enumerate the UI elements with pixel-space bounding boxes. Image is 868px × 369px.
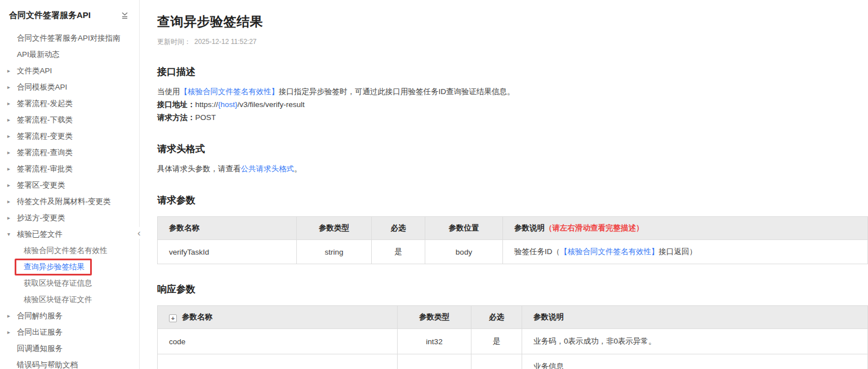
sidebar-item[interactable]: ▸签署流程-下载类	[0, 112, 139, 128]
sidebar-item-label: 合同模板类API	[17, 82, 67, 92]
col-header-param-desc: 参数说明（请左右滑动查看完整描述）	[503, 217, 868, 240]
sidebar-item[interactable]: ▸合同出证服务	[0, 324, 139, 340]
sidebar-item[interactable]: ▸抄送方-变更类	[0, 210, 139, 226]
sidebar-item[interactable]: 核验区块链存证文件	[0, 291, 139, 308]
sidebar-item-label: 合同文件签署服务API对接指南	[17, 33, 121, 43]
main-content: 查询异步验签结果 更新时间：2025-12-12 11:52:27 接口描述 当…	[140, 0, 868, 369]
col-header-param-position: 参数位置	[425, 217, 503, 240]
sidebar-item-label: 签署流程-下载类	[17, 115, 73, 125]
host-placeholder: {host}	[218, 100, 238, 109]
sidebar-item[interactable]: 合同文件签署服务API对接指南	[0, 30, 139, 46]
api-address-line: 接口地址：https://{host}/v3/files/verify-resu…	[157, 98, 868, 111]
caret-right-icon[interactable]: ▸	[7, 117, 10, 122]
param-required: 是	[471, 329, 522, 354]
sidebar-item[interactable]: 回调通知服务	[0, 340, 139, 357]
response-table-row: messagestring否业务信息请根据 code 来判断错误情况，不应该依赖…	[158, 354, 868, 369]
sidebar-item[interactable]: ▸签署流程-审批类	[0, 161, 139, 177]
sidebar-item-label: 核验合同文件签名有效性	[24, 246, 108, 256]
expand-all-icon[interactable]: +	[169, 314, 177, 322]
col-header-param-desc: 参数说明	[522, 306, 868, 329]
sidebar-nav: 合同文件签署服务API对接指南API最新动态▸文件类API▸合同模板类API▸签…	[0, 30, 139, 369]
param-name: code	[169, 337, 185, 346]
param-name: verifyTaskId	[158, 240, 297, 264]
caret-right-icon[interactable]: ▸	[7, 100, 10, 106]
request-method-line: 请求方法：POST	[157, 111, 868, 124]
caret-right-icon[interactable]: ▸	[7, 68, 10, 73]
param-name-cell: message	[158, 354, 398, 369]
caret-right-icon[interactable]: ▸	[7, 149, 10, 155]
updated-time: 更新时间：2025-12-12 11:52:27	[157, 37, 868, 47]
param-required: 是	[372, 240, 425, 264]
sidebar-item[interactable]: ▸待签文件及附属材料-变更类	[0, 193, 139, 210]
caret-right-icon[interactable]: ▸	[7, 166, 10, 171]
api-doc-page: 合同文件签署服务API 合同文件签署服务API对接指南API最新动态▸文件类AP…	[0, 0, 868, 369]
caret-right-icon[interactable]: ▸	[7, 182, 10, 188]
sidebar-item[interactable]: 获取区块链存证信息	[0, 275, 139, 291]
sidebar-item-label: 核验已签文件	[17, 229, 63, 239]
sidebar-item[interactable]: 核验合同文件签名有效性	[0, 242, 139, 259]
sidebar-item[interactable]: 查询异步验签结果	[0, 259, 139, 275]
col-header-required: 必选	[471, 306, 522, 329]
col-header-param-type: 参数类型	[297, 217, 372, 240]
sidebar-item-label: API最新动态	[17, 50, 60, 60]
caret-right-icon[interactable]: ▸	[7, 313, 10, 318]
sidebar-item[interactable]: ▸合同解约服务	[0, 308, 139, 324]
sidebar-item-label: 合同出证服务	[17, 327, 63, 337]
sidebar-item[interactable]: ▸合同模板类API	[0, 79, 139, 95]
param-desc: 业务信息请根据 code 来判断错误情况，不应该依赖 message匹配，因为 …	[522, 354, 868, 369]
sidebar-item-label: 错误码与帮助文档	[17, 360, 78, 369]
col-header-param-name: +参数名称	[158, 306, 398, 329]
sidebar-item[interactable]: API最新动态	[0, 46, 139, 63]
section-heading-request-params: 请求参数	[157, 194, 868, 207]
param-type: string	[297, 240, 372, 264]
sidebar-item[interactable]: ▾核验已签文件	[0, 226, 139, 242]
param-type: string	[398, 354, 471, 369]
sidebar-item[interactable]: 错误码与帮助文档	[0, 357, 139, 369]
caret-right-icon[interactable]: ▸	[7, 133, 10, 139]
page-title: 查询异步验签结果	[157, 13, 868, 30]
param-desc-text: 业务码，0表示成功，非0表示异常。	[533, 336, 861, 347]
sidebar-collapse-handle[interactable]: ‹	[137, 227, 141, 239]
sidebar-item-label: 签署流程-发起类	[17, 99, 73, 109]
sidebar-item-label: 查询异步验签结果	[15, 259, 92, 275]
col-header-param-name: 参数名称	[158, 217, 297, 240]
caret-down-icon[interactable]: ▾	[7, 231, 10, 237]
param-desc-text: 业务信息	[533, 361, 861, 369]
caret-right-icon[interactable]: ▸	[7, 84, 10, 90]
sidebar-item[interactable]: ▸签署区-变更类	[0, 177, 139, 193]
request-params-table: 参数名称 参数类型 必选 参数位置 参数说明（请左右滑动查看完整描述） veri…	[157, 216, 868, 264]
sidebar-item[interactable]: ▸签署流程-发起类	[0, 95, 139, 112]
sidebar-header: 合同文件签署服务API	[0, 10, 139, 21]
request-method-value: POST	[195, 113, 216, 122]
param-type: int32	[398, 329, 471, 354]
param-desc: 验签任务ID（【核验合同文件签名有效性】接口返回）	[503, 240, 868, 264]
caret-right-icon[interactable]: ▸	[7, 215, 10, 220]
common-request-header-link[interactable]: 公共请求头格式	[241, 165, 295, 173]
sidebar-item[interactable]: ▸签署流程-查询类	[0, 144, 139, 161]
sidebar: 合同文件签署服务API 合同文件签署服务API对接指南API最新动态▸文件类AP…	[0, 0, 140, 369]
scroll-hint-note: （请左右滑动查看完整描述）	[545, 224, 644, 232]
verify-signature-api-link[interactable]: 【核验合同文件签名有效性】	[180, 87, 279, 96]
section-heading-api-description: 接口描述	[157, 65, 868, 78]
sidebar-item-label: 签署区-变更类	[17, 180, 65, 190]
verify-signature-api-link[interactable]: 【核验合同文件签名有效性】	[560, 247, 659, 256]
sidebar-item[interactable]: ▸签署流程-变更类	[0, 128, 139, 144]
request-method-label: 请求方法：	[157, 113, 195, 122]
sidebar-item-label: 核验区块链存证文件	[24, 295, 92, 305]
sidebar-item-label: 签署流程-查询类	[17, 148, 73, 158]
collapse-all-icon[interactable]	[121, 11, 129, 20]
sidebar-item-label: 抄送方-变更类	[17, 213, 65, 223]
caret-right-icon[interactable]: ▸	[7, 329, 10, 335]
col-header-param-type: 参数类型	[398, 306, 471, 329]
api-description-text: 当使用【核验合同文件签名有效性】接口指定异步验签时，可通过此接口用验签任务ID查…	[157, 85, 868, 98]
caret-right-icon[interactable]: ▸	[7, 198, 10, 204]
param-name-cell: code	[158, 329, 398, 354]
sidebar-item-label: 合同解约服务	[17, 311, 63, 321]
param-desc: 业务码，0表示成功，非0表示异常。	[522, 329, 868, 354]
sidebar-item-label: 签署流程-审批类	[17, 164, 73, 174]
section-heading-request-header: 请求头格式	[157, 143, 868, 155]
param-position: body	[425, 240, 503, 264]
sidebar-item-label: 回调通知服务	[17, 344, 63, 354]
section-heading-response-params: 响应参数	[157, 283, 868, 296]
sidebar-item[interactable]: ▸文件类API	[0, 63, 139, 79]
